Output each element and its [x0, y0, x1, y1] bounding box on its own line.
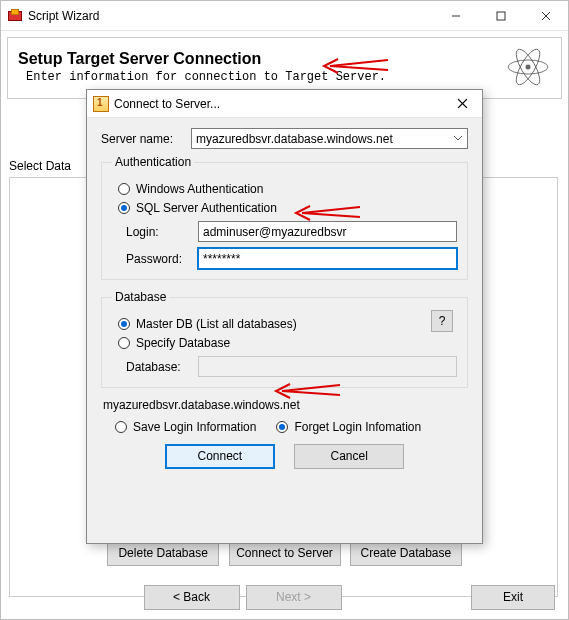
- windows-auth-label: Windows Authentication: [136, 182, 263, 196]
- forget-login-radio[interactable]: Forget Login Infomation: [276, 420, 421, 434]
- annotation-arrow-icon: [270, 379, 344, 404]
- atom-logo-icon: [505, 44, 551, 90]
- specify-db-radio[interactable]: Specify Database: [118, 336, 457, 350]
- svg-point-7: [526, 65, 531, 70]
- server-name-value: myazuredbsvr.database.windows.net: [196, 132, 393, 146]
- database-label: Database:: [126, 360, 198, 374]
- save-login-radio[interactable]: Save Login Information: [115, 420, 256, 434]
- minimize-button[interactable]: [433, 1, 478, 30]
- dialog-title-bar: Connect to Server...: [87, 90, 482, 118]
- save-login-label: Save Login Information: [133, 420, 256, 434]
- radio-icon: [118, 337, 130, 349]
- authentication-group: Authentication Windows Authentication SQ…: [101, 155, 468, 280]
- radio-icon: [118, 202, 130, 214]
- svg-line-13: [302, 213, 360, 217]
- connect-to-server-button[interactable]: Connect to Server: [229, 541, 341, 566]
- help-button[interactable]: ?: [431, 310, 453, 332]
- window-title: Script Wizard: [28, 9, 433, 23]
- annotation-arrow-icon: [318, 54, 392, 79]
- create-database-button[interactable]: Create Database: [350, 541, 462, 566]
- forget-login-label: Forget Login Infomation: [294, 420, 421, 434]
- svg-line-11: [330, 66, 388, 70]
- master-db-radio[interactable]: Master DB (List all databases): [118, 317, 457, 331]
- dialog-close-button[interactable]: [442, 90, 482, 118]
- windows-auth-radio[interactable]: Windows Authentication: [118, 182, 457, 196]
- radio-icon: [118, 318, 130, 330]
- password-input[interactable]: [198, 248, 457, 269]
- title-bar: Script Wizard: [1, 1, 568, 31]
- svg-line-15: [282, 391, 340, 395]
- svg-line-10: [330, 60, 388, 66]
- login-label: Login:: [126, 225, 198, 239]
- delete-database-button[interactable]: Delete Database: [107, 541, 219, 566]
- specify-db-label: Specify Database: [136, 336, 230, 350]
- sql-auth-label: SQL Server Authentication: [136, 201, 277, 215]
- server-name-combo[interactable]: myazuredbsvr.database.windows.net: [191, 128, 468, 149]
- database-legend: Database: [112, 290, 169, 304]
- database-group: Database ? Master DB (List all databases…: [101, 290, 468, 388]
- connect-button[interactable]: Connect: [165, 444, 275, 469]
- next-button: Next >: [246, 585, 342, 610]
- annotation-arrow-icon: [290, 201, 364, 226]
- wizard-nav: < Back Next > Exit: [0, 585, 569, 610]
- connect-dialog: Connect to Server... Server name: myazur…: [86, 89, 483, 544]
- radio-icon: [115, 421, 127, 433]
- sql-auth-radio[interactable]: SQL Server Authentication: [118, 201, 457, 215]
- radio-icon: [118, 183, 130, 195]
- database-input: [198, 356, 457, 377]
- db-action-bar: Delete Database Connect to Server Create…: [0, 541, 569, 566]
- dialog-title: Connect to Server...: [114, 97, 442, 111]
- maximize-button[interactable]: [478, 1, 523, 30]
- master-db-label: Master DB (List all databases): [136, 317, 297, 331]
- authentication-legend: Authentication: [112, 155, 194, 169]
- radio-icon: [276, 421, 288, 433]
- app-icon: [7, 8, 23, 24]
- password-label: Password:: [126, 252, 198, 266]
- page-subtitle: Enter information for connection to Targ…: [26, 70, 505, 84]
- back-button[interactable]: < Back: [144, 585, 240, 610]
- close-button[interactable]: [523, 1, 568, 30]
- dialog-icon: [93, 96, 109, 112]
- select-data-label: Select Data: [9, 159, 89, 173]
- page-title: Setup Target Server Connection: [18, 50, 505, 68]
- svg-rect-1: [497, 12, 505, 20]
- server-name-label: Server name:: [101, 132, 191, 146]
- svg-line-14: [282, 385, 340, 391]
- cancel-button[interactable]: Cancel: [294, 444, 404, 469]
- svg-line-12: [302, 207, 360, 213]
- chevron-down-icon: [450, 131, 465, 146]
- exit-button[interactable]: Exit: [471, 585, 555, 610]
